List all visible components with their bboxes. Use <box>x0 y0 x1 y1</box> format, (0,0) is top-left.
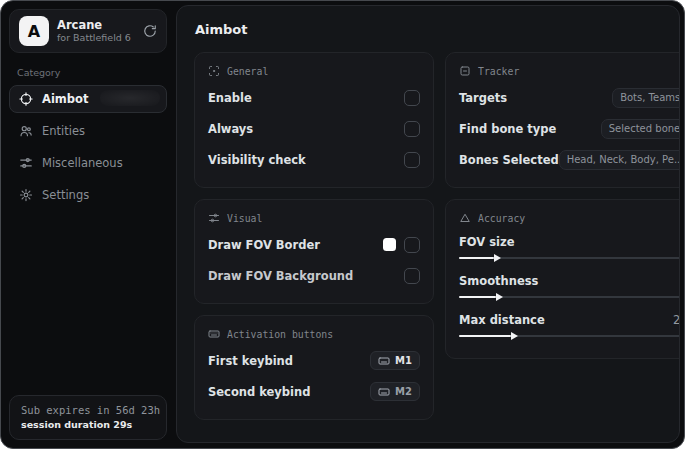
slider-fill[interactable] <box>459 335 511 337</box>
setting-row-first-keybind: First keybind M1 <box>208 345 420 376</box>
slider-header: Max distance 250m <box>459 313 680 327</box>
main-panel: Aimbot General Enable Al <box>176 5 680 443</box>
fov-size-slider[interactable] <box>459 257 680 259</box>
app-subtitle: for Battlefield 6 <box>57 32 131 44</box>
second-keybind-button[interactable]: M2 <box>370 382 420 401</box>
brand-card: A Arcane for Battlefield 6 <box>9 9 167 53</box>
tracker-card: Tracker Targets Bots, Teams Find bone ty… <box>445 52 680 188</box>
smoothness-slider[interactable] <box>459 296 680 298</box>
sidebar: A Arcane for Battlefield 6 Category Aimb… <box>1 1 175 448</box>
sidebar-item-aimbot[interactable]: Aimbot <box>9 85 167 113</box>
users-icon <box>19 124 33 138</box>
find-bone-type-dropdown[interactable]: Selected bone <box>601 119 680 139</box>
setting-row-draw-fov-background: Draw FOV Background <box>208 260 420 291</box>
triangle-icon <box>459 212 471 224</box>
always-checkbox[interactable] <box>404 121 420 137</box>
accuracy-card: Accuracy FOV size 50° Smoothness <box>445 199 680 359</box>
setting-row-always: Always <box>208 113 420 144</box>
session-duration-text: session duration 29s <box>21 419 155 430</box>
keybind-value: M1 <box>395 355 412 366</box>
setting-row-second-keybind: Second keybind M2 <box>208 376 420 407</box>
activation-card-header: Activation buttons <box>208 328 420 340</box>
content-columns: General Enable Always Visibility check <box>194 52 665 431</box>
first-keybind-button[interactable]: M1 <box>370 351 420 370</box>
sidebar-item-label: Aimbot <box>42 92 88 106</box>
draw-fov-background-checkbox[interactable] <box>404 268 420 284</box>
fov-border-color-swatch[interactable] <box>383 238 396 251</box>
sidebar-item-settings[interactable]: Settings <box>9 181 167 209</box>
scan-crosshair-icon <box>208 65 220 77</box>
gear-icon <box>19 188 33 202</box>
tracker-card-header: Tracker <box>459 65 680 77</box>
card-title: Activation buttons <box>227 329 333 340</box>
keyboard-icon <box>208 328 220 340</box>
setting-row-find-bone-type: Find bone type Selected bone <box>459 113 680 144</box>
bones-selected-dropdown[interactable]: Head, Neck, Body, Pe.. <box>559 150 680 170</box>
app-window: A Arcane for Battlefield 6 Category Aimb… <box>0 0 685 449</box>
sidebar-item-label: Entities <box>42 124 85 138</box>
dropdown-value: Bots, Teams <box>620 92 680 103</box>
general-card: General Enable Always Visibility check <box>194 52 434 188</box>
setting-label: Enable <box>208 91 252 105</box>
draw-fov-border-checkbox[interactable] <box>404 237 420 253</box>
slider-fill[interactable] <box>459 257 494 259</box>
subscription-card: Sub expires in 56d 23h session duration … <box>9 395 167 440</box>
left-column: General Enable Always Visibility check <box>194 52 434 431</box>
slider-fill[interactable] <box>459 296 496 298</box>
card-title: Visual <box>227 213 262 224</box>
sidebar-item-label: Miscellaneous <box>42 156 123 170</box>
setting-row-bones-selected: Bones Selected Head, Neck, Body, Pe.. <box>459 144 680 175</box>
refresh-icon[interactable] <box>143 24 157 38</box>
max-distance-slider-row: Max distance 250m <box>459 307 680 346</box>
slider-header: FOV size 50° <box>459 235 680 249</box>
enable-checkbox[interactable] <box>404 90 420 106</box>
category-label: Category <box>17 67 167 78</box>
right-column: Tracker Targets Bots, Teams Find bone ty… <box>445 52 680 370</box>
dropdown-value: Selected bone <box>609 123 680 134</box>
visual-card-header: Visual <box>208 212 420 224</box>
setting-label: Always <box>208 122 253 136</box>
setting-label: Second keybind <box>208 385 310 399</box>
setting-label: Draw FOV Background <box>208 269 353 283</box>
keyboard-icon <box>378 386 390 398</box>
general-card-header: General <box>208 65 420 77</box>
keybind-value: M2 <box>395 386 412 397</box>
accuracy-card-header: Accuracy <box>459 212 680 224</box>
brand-text: Arcane for Battlefield 6 <box>57 18 131 44</box>
sidebar-item-entities[interactable]: Entities <box>9 117 167 145</box>
setting-label: Max distance <box>459 313 545 327</box>
setting-label: Targets <box>459 91 507 105</box>
page-title: Aimbot <box>195 22 665 37</box>
dropdown-value: Head, Neck, Body, Pe.. <box>567 154 680 165</box>
logo-letter: A <box>28 22 40 41</box>
setting-row-draw-fov-border: Draw FOV Border <box>208 229 420 260</box>
setting-row-visibility-check: Visibility check <box>208 144 420 175</box>
setting-row-targets: Targets Bots, Teams <box>459 82 680 113</box>
slider-header: Smoothness 15.0 <box>459 274 680 288</box>
setting-label: Draw FOV Border <box>208 238 320 252</box>
card-title: General <box>227 66 268 77</box>
setting-label: Smoothness <box>459 274 538 288</box>
sidebar-item-label: Settings <box>42 188 89 202</box>
slider-value: 250m <box>673 313 680 327</box>
sub-expiry-text: Sub expires in 56d 23h <box>21 404 155 416</box>
targets-dropdown[interactable]: Bots, Teams <box>612 88 680 108</box>
setting-label: FOV size <box>459 235 515 249</box>
app-name: Arcane <box>57 18 131 32</box>
setting-label: Visibility check <box>208 153 306 167</box>
sidebar-item-miscellaneous[interactable]: Miscellaneous <box>9 149 167 177</box>
crosshair-icon <box>19 92 33 106</box>
visual-card: Visual Draw FOV Border Draw FOV Backgrou… <box>194 199 434 304</box>
max-distance-slider[interactable] <box>459 335 680 337</box>
app-logo: A <box>19 16 49 46</box>
sliders-icon <box>208 212 220 224</box>
square-minus-icon <box>459 65 471 77</box>
visibility-check-checkbox[interactable] <box>404 152 420 168</box>
smoothness-slider-row: Smoothness 15.0 <box>459 268 680 307</box>
setting-label: Find bone type <box>459 122 556 136</box>
row-controls <box>383 237 420 253</box>
activation-buttons-card: Activation buttons First keybind M1 Seco… <box>194 315 434 420</box>
card-title: Tracker <box>478 66 519 77</box>
keyboard-icon <box>378 355 390 367</box>
fov-size-slider-row: FOV size 50° <box>459 229 680 268</box>
